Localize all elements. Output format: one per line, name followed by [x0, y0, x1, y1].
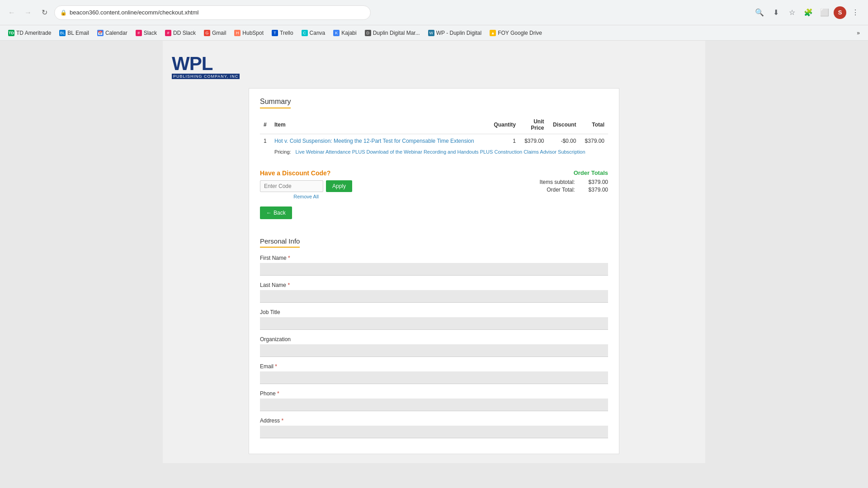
- item-link[interactable]: Hot v. Cold Suspension: Meeting the 12-P…: [274, 138, 474, 144]
- row-unit-price: $379.00: [519, 134, 548, 148]
- last-name-required-star: *: [288, 282, 290, 288]
- organization-label: Organization: [260, 336, 608, 343]
- job-title-group: Job Title: [260, 309, 608, 330]
- personal-info-section: Personal Info First Name * Last Name *: [249, 237, 619, 454]
- col-qty-header: Quantity: [489, 116, 519, 134]
- email-input[interactable]: [260, 371, 608, 384]
- address-required-star: *: [281, 418, 283, 424]
- address-label: Address *: [260, 418, 608, 424]
- bookmark-slack[interactable]: # Slack: [132, 28, 160, 38]
- canva-favicon: C: [302, 30, 308, 36]
- address-bar[interactable]: 🔒 beacon360.content.online/ecomm/checkou…: [54, 5, 371, 20]
- order-table: # Item Quantity UnitPrice Discount Total…: [260, 116, 608, 159]
- bookmark-bl-email-label: BL Email: [67, 30, 89, 36]
- bookmark-wp-label: WP - Duplin Digital: [436, 30, 481, 36]
- personal-info-title: Personal Info: [260, 237, 300, 248]
- bookmark-foy-drive-label: FOY Google Drive: [498, 30, 542, 36]
- bookmark-canva[interactable]: C Canva: [298, 28, 329, 38]
- col-discount-header: Discount: [548, 116, 580, 134]
- remove-all-link[interactable]: Remove All: [260, 194, 352, 199]
- organization-input[interactable]: [260, 344, 608, 357]
- bookmark-bl-email[interactable]: BL BL Email: [56, 28, 93, 38]
- logo-area: WPL PUBLISHING COMPANY, INC: [172, 50, 696, 88]
- bookmark-gmail[interactable]: G Gmail: [200, 28, 230, 38]
- col-item-header: Item: [271, 116, 489, 134]
- checkout-container: Summary # Item Quantity UnitPrice Discou…: [249, 88, 619, 454]
- job-title-input[interactable]: [260, 317, 608, 330]
- slack-favicon: #: [136, 30, 142, 36]
- last-name-group: Last Name *: [260, 282, 608, 303]
- bl-email-favicon: BL: [59, 30, 66, 36]
- job-title-label: Job Title: [260, 309, 608, 315]
- profile-button[interactable]: S: [834, 6, 846, 19]
- back-nav-button[interactable]: ←: [5, 6, 18, 19]
- bookmark-foy-drive[interactable]: ▲ FOY Google Drive: [486, 28, 546, 38]
- bookmark-hubspot[interactable]: H HubSpot: [231, 28, 267, 38]
- browser-window: ← → ↻ 🔒 beacon360.content.online/ecomm/c…: [0, 0, 868, 488]
- bookmark-dd-slack[interactable]: # DD Slack: [161, 28, 199, 38]
- lock-icon: 🔒: [60, 9, 67, 16]
- summary-section: Summary # Item Quantity UnitPrice Discou…: [249, 89, 619, 237]
- first-name-input[interactable]: [260, 263, 608, 276]
- forward-nav-button[interactable]: →: [22, 6, 34, 19]
- bookmark-kajabi[interactable]: K Kajabi: [330, 28, 360, 38]
- order-pricing-row: Pricing: Live Webinar Attendance PLUS Do…: [260, 148, 608, 159]
- discount-input-row: Apply: [260, 180, 352, 192]
- search-button[interactable]: 🔍: [752, 5, 767, 20]
- first-name-label: First Name *: [260, 255, 608, 261]
- address-input[interactable]: [260, 426, 608, 438]
- bookmarks-bar: TD TD Ameritrade BL BL Email 📅 Calendar …: [0, 25, 868, 41]
- bookmark-dd-slack-label: DD Slack: [173, 30, 196, 36]
- bookmark-trello[interactable]: T Trello: [268, 28, 297, 38]
- menu-button[interactable]: ⋮: [848, 5, 863, 20]
- browser-toolbar: ← → ↻ 🔒 beacon360.content.online/ecomm/c…: [0, 0, 868, 25]
- email-required-star: *: [275, 363, 277, 370]
- bookmark-duplin-digital-label: Duplin Digital Mar...: [373, 30, 420, 36]
- bookmarks-more-button[interactable]: »: [853, 28, 863, 38]
- col-num-header: #: [260, 116, 271, 134]
- pricing-label: Pricing:: [274, 149, 291, 155]
- bookmark-calendar-label: Calendar: [105, 30, 127, 36]
- pricing-description: Live Webinar Attendance PLUS Download of…: [296, 149, 585, 155]
- bookmark-td-ameritrade[interactable]: TD TD Ameritrade: [5, 28, 55, 38]
- order-total-value: $379.00: [576, 187, 608, 193]
- phone-group: Phone *: [260, 390, 608, 411]
- bookmark-gmail-label: Gmail: [212, 30, 226, 36]
- bookmark-trello-label: Trello: [280, 30, 293, 36]
- last-name-input[interactable]: [260, 290, 608, 303]
- order-total-label: Order Total:: [543, 187, 575, 193]
- wpl-logo: WPL PUBLISHING COMPANY, INC: [172, 54, 240, 79]
- order-row-1: 1 Hot v. Cold Suspension: Meeting the 12…: [260, 134, 608, 148]
- download-button[interactable]: ⬇: [769, 5, 783, 20]
- col-unit-price-header: UnitPrice: [519, 116, 548, 134]
- back-button[interactable]: ← Back: [260, 206, 292, 219]
- tab-switch-button[interactable]: ⬜: [817, 5, 832, 20]
- items-subtotal-line: Items subtotal: $379.00: [540, 179, 608, 185]
- last-name-label: Last Name *: [260, 282, 608, 288]
- logo-wpl-text: WPL: [172, 54, 240, 73]
- discount-code-input[interactable]: [260, 180, 323, 192]
- summary-title: Summary: [260, 98, 291, 108]
- bookmark-calendar[interactable]: 📅 Calendar: [94, 28, 131, 38]
- row-quantity: 1: [489, 134, 519, 148]
- order-totals-heading: Order Totals: [540, 169, 608, 176]
- first-name-group: First Name *: [260, 255, 608, 276]
- bookmark-wp-duplin[interactable]: W WP - Duplin Digital: [425, 28, 485, 38]
- extensions-button[interactable]: 🧩: [801, 5, 816, 20]
- bookmark-star-button[interactable]: ☆: [785, 5, 799, 20]
- email-label: Email *: [260, 363, 608, 370]
- pricing-desc-cell: Pricing: Live Webinar Attendance PLUS Do…: [271, 148, 608, 159]
- order-totals-section: Order Totals Items subtotal: $379.00 Ord…: [540, 169, 608, 194]
- items-subtotal-label: Items subtotal:: [540, 179, 575, 185]
- toolbar-actions: 🔍 ⬇ ☆ 🧩 ⬜ S ⋮: [752, 5, 863, 20]
- apply-button[interactable]: Apply: [326, 180, 352, 192]
- reload-button[interactable]: ↻: [38, 6, 51, 19]
- phone-input[interactable]: [260, 399, 608, 411]
- calendar-favicon: 📅: [97, 30, 104, 36]
- row-num: 1: [260, 134, 271, 148]
- bookmark-duplin-digital[interactable]: D Duplin Digital Mar...: [361, 28, 424, 38]
- dd-slack-favicon: #: [165, 30, 171, 36]
- bookmark-hubspot-label: HubSpot: [242, 30, 264, 36]
- hubspot-favicon: H: [234, 30, 241, 36]
- duplin-digital-favicon: D: [365, 30, 371, 36]
